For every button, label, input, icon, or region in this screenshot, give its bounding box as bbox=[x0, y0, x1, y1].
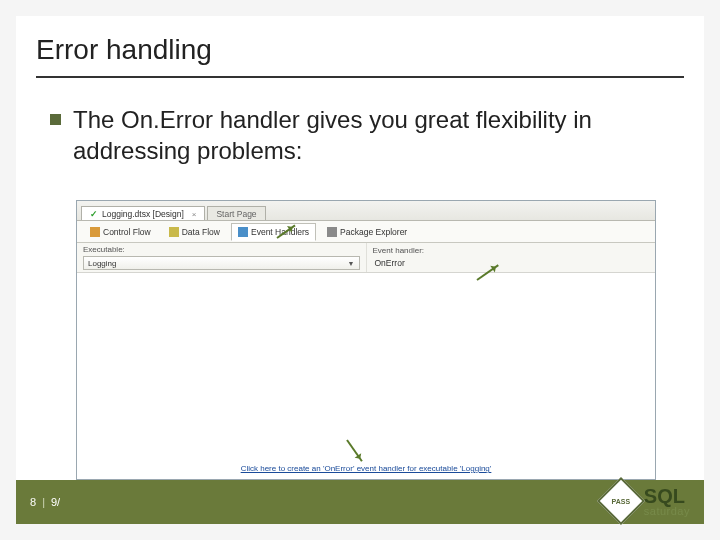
pass-sql-saturday-logo: PASS SQL saturday bbox=[604, 484, 690, 518]
chevron-down-icon: ▼ bbox=[348, 260, 355, 267]
square-bullet-icon bbox=[50, 114, 61, 125]
file-tab-label: Start Page bbox=[216, 209, 256, 219]
tab-control-flow[interactable]: Control Flow bbox=[83, 223, 158, 241]
tab-package-explorer[interactable]: Package Explorer bbox=[320, 223, 414, 241]
file-tab-inactive[interactable]: Start Page bbox=[207, 206, 265, 220]
event-handler-value: OnError bbox=[373, 257, 650, 269]
tab-event-handlers[interactable]: Event Handlers bbox=[231, 223, 316, 241]
executable-dropdown[interactable]: Logging ▼ bbox=[83, 256, 360, 270]
create-handler-link[interactable]: Click here to create an 'OnError' event … bbox=[241, 464, 492, 473]
dropdown-value: Logging bbox=[88, 259, 116, 268]
bullet-item: The On.Error handler gives you great fle… bbox=[50, 104, 670, 166]
ssis-designer-screenshot: ✓ Logging.dtsx [Design] × Start Page Con… bbox=[76, 200, 656, 480]
data-flow-icon bbox=[169, 227, 179, 237]
tab-label: Data Flow bbox=[182, 227, 220, 237]
designer-tab-strip: Control Flow Data Flow Event Handlers Pa… bbox=[77, 221, 655, 243]
logo-text-sub: saturday bbox=[644, 506, 690, 517]
checkmark-icon: ✓ bbox=[90, 209, 98, 219]
file-tab-active[interactable]: ✓ Logging.dtsx [Design] × bbox=[81, 206, 205, 220]
control-flow-icon bbox=[90, 227, 100, 237]
bullet-text: The On.Error handler gives you great fle… bbox=[73, 104, 670, 166]
logo-text-main: SQL bbox=[644, 486, 690, 506]
slide-title: Error handling bbox=[16, 16, 704, 76]
selector-row: Executable: Logging ▼ Event handler: OnE… bbox=[77, 243, 655, 273]
tab-label: Package Explorer bbox=[340, 227, 407, 237]
title-underline bbox=[36, 76, 684, 78]
executable-label: Executable: bbox=[83, 245, 360, 254]
footer-date: 9/ bbox=[51, 496, 60, 508]
pass-badge-icon: PASS bbox=[597, 477, 645, 525]
tab-label: Control Flow bbox=[103, 227, 151, 237]
event-handlers-icon bbox=[238, 227, 248, 237]
tab-data-flow[interactable]: Data Flow bbox=[162, 223, 227, 241]
event-handler-label: Event handler: bbox=[373, 246, 650, 255]
page-number: 8 bbox=[30, 496, 36, 508]
footer-separator: | bbox=[42, 496, 45, 508]
file-tab-strip: ✓ Logging.dtsx [Design] × Start Page bbox=[77, 201, 655, 221]
package-explorer-icon bbox=[327, 227, 337, 237]
designer-canvas[interactable]: Click here to create an 'OnError' event … bbox=[77, 273, 655, 479]
file-tab-label: Logging.dtsx [Design] bbox=[102, 209, 184, 219]
close-icon[interactable]: × bbox=[192, 210, 197, 219]
